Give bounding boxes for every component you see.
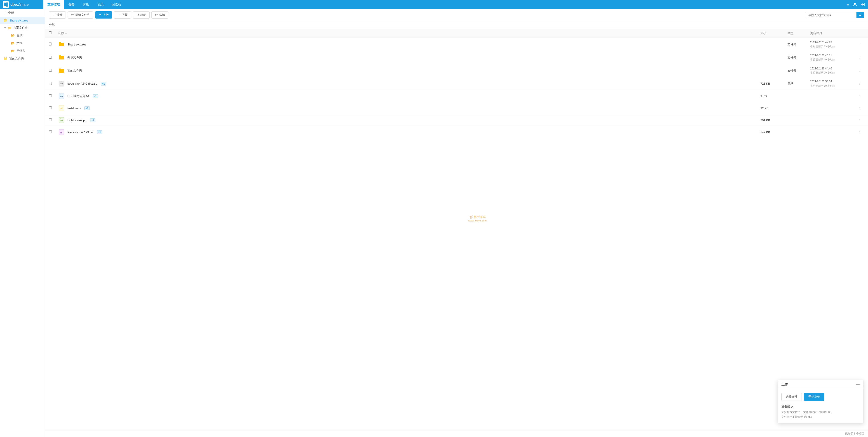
file-name: 共享文件夹	[67, 55, 82, 59]
nav-tab-file-mgmt[interactable]: 文件管理	[43, 0, 64, 9]
file-name: Password is 123.rar	[67, 130, 93, 134]
file-name-cell: RAR Password is 123.rar v1	[58, 128, 761, 136]
header-name: 名称	[58, 31, 64, 35]
sidebar-item-all[interactable]: ⊞ 全部	[0, 9, 45, 17]
rar-file-icon: RAR	[58, 128, 65, 136]
table-row[interactable]: RAR Password is 123.rar v1 547 KB ›	[45, 126, 868, 138]
search-button[interactable]	[857, 12, 864, 18]
main-layout: ⊞ 全部 📁 Share pictures ▼ 📁 共享文件夹 📂 图纸 📂 文…	[0, 9, 868, 437]
top-nav: dboxShare 文件管理 任务 讨论 动态 回收站 ≡	[0, 0, 868, 9]
nav-tab-discussion[interactable]: 讨论	[79, 0, 93, 9]
expand-button[interactable]: ›	[855, 94, 864, 98]
filter-label: 筛选	[57, 13, 62, 17]
sidebar-drawings-label: 图纸	[17, 33, 22, 37]
row-checkbox[interactable]	[49, 42, 52, 46]
expand-button[interactable]: ›	[855, 82, 864, 86]
version-badge: v1	[84, 106, 90, 110]
nav-tab-recycle[interactable]: 回收站	[107, 0, 125, 9]
img-file-icon: JPG	[58, 116, 65, 124]
table-row[interactable]: Share pictures 文件夹 2021/2/2 23:49:23 小刚 …	[45, 38, 868, 51]
header-type: 类型	[787, 31, 810, 35]
file-type: 压缩	[787, 82, 810, 86]
row-checkbox[interactable]	[49, 130, 52, 133]
sidebar-item-my-folder[interactable]: 📁 我的文件夹	[0, 55, 45, 62]
nav-tab-task[interactable]: 任务	[64, 0, 79, 9]
header-checkbox[interactable]	[49, 31, 58, 35]
expand-button[interactable]: ›	[855, 68, 864, 72]
move-button[interactable]: 移动	[133, 11, 150, 19]
expand-button[interactable]: ›	[855, 130, 864, 134]
file-name-cell: ZIP bootstrap-4.5.0-dist.zip v1	[58, 80, 761, 87]
user-icon[interactable]	[852, 2, 857, 7]
sidebar-item-docs[interactable]: 📂 文档	[6, 39, 45, 47]
expand-button[interactable]: ›	[855, 118, 864, 122]
table-row[interactable]: ZIP bootstrap-4.5.0-dist.zip v1 721 KB 压…	[45, 77, 868, 90]
main-content: 筛选 新建文件夹 上传 下载 移动 移除	[45, 9, 868, 437]
file-time: 2021/2/2 23:44:46 小明 更新于 20 小时前	[810, 66, 855, 75]
file-time: 2021/2/2 23:58:34 小明 更新于 19 小时前	[810, 79, 855, 88]
sidebar-sub-items: 📂 图纸 📂 文档 📂 压缩包	[0, 32, 45, 55]
move-icon	[136, 13, 139, 17]
new-folder-icon	[71, 13, 74, 17]
version-badge: v1	[97, 130, 102, 134]
table-row[interactable]: JS fastdom.js v1 32 KB ›	[45, 102, 868, 114]
start-upload-button[interactable]: 开始上传	[804, 393, 825, 401]
sidebar-shared-folder-group[interactable]: ▼ 📁 共享文件夹	[0, 24, 45, 32]
select-all-checkbox[interactable]	[49, 31, 52, 34]
nav-right: ≡	[846, 2, 865, 7]
filter-button[interactable]: 筛选	[49, 11, 66, 19]
tip-item-2: 文件大小不能大于 10 MB；	[781, 415, 860, 419]
row-checkbox[interactable]	[49, 56, 52, 59]
collapse-icon: ▼	[4, 26, 6, 30]
logout-icon[interactable]	[861, 2, 865, 7]
delete-label: 移除	[159, 13, 165, 17]
file-name: Lighthouse.jpg	[67, 119, 87, 122]
table-row[interactable]: JPG Lighthouse.jpg v1 201 KB ›	[45, 114, 868, 126]
table-row[interactable]: 共享文件夹 文件夹 2021/2/2 23:45:11 小明 更新于 20 小时…	[45, 51, 868, 64]
sort-icon[interactable]	[65, 32, 67, 35]
shared-folder-icon: 📁	[8, 26, 12, 30]
nav-tab-dynamics[interactable]: 动态	[93, 0, 107, 9]
file-size: 201 KB	[761, 119, 787, 122]
header-size: 大小	[761, 31, 787, 35]
upload-button[interactable]: 上传	[95, 11, 112, 19]
select-file-button[interactable]: 选择文件	[781, 393, 802, 401]
file-name: Share pictures	[67, 43, 86, 46]
nav-tabs: 文件管理 任务 讨论 动态 回收站	[43, 0, 846, 9]
row-checkbox[interactable]	[49, 82, 52, 85]
sidebar-item-drawings[interactable]: 📂 图纸	[6, 32, 45, 39]
svg-rect-0	[4, 3, 6, 6]
file-name-cell: JS fastdom.js v1	[58, 105, 761, 112]
expand-button[interactable]: ›	[855, 55, 864, 59]
version-badge: v1	[90, 118, 96, 122]
file-size: 721 KB	[761, 82, 787, 85]
sidebar-item-archives[interactable]: 📂 压缩包	[6, 47, 45, 55]
svg-point-3	[854, 3, 856, 5]
table-row[interactable]: 我的文件夹 文件夹 2021/2/2 23:44:46 小明 更新于 20 小时…	[45, 64, 868, 77]
sidebar-archives-label: 压缩包	[17, 49, 25, 53]
zip-file-icon: ZIP	[58, 80, 65, 87]
modal-buttons: 选择文件 开始上传	[781, 393, 860, 401]
file-size: 3 KB	[761, 94, 787, 98]
modal-body: 选择文件 开始上传 温馨提示: 支持拖放文件夹、文件到此窗口添加列表； 文件大小…	[778, 389, 863, 423]
row-checkbox[interactable]	[49, 94, 52, 97]
row-checkbox[interactable]	[49, 106, 52, 109]
sidebar-item-share-pictures[interactable]: 📁 Share pictures	[0, 17, 45, 24]
row-checkbox[interactable]	[49, 118, 52, 121]
sidebar-share-pictures-label: Share pictures	[9, 19, 28, 22]
delete-button[interactable]: 移除	[151, 11, 168, 19]
sidebar-my-folder-label: 我的文件夹	[9, 57, 24, 61]
modal-close-button[interactable]: —	[856, 382, 860, 386]
table-row[interactable]: TXT CSS编写规范.txt v1 3 KB ›	[45, 90, 868, 102]
new-folder-button[interactable]: 新建文件夹	[68, 11, 93, 19]
download-button[interactable]: 下载	[114, 11, 131, 19]
folder-icon	[58, 67, 65, 74]
version-badge: v1	[101, 82, 106, 86]
row-checkbox[interactable]	[49, 69, 52, 72]
expand-button[interactable]: ›	[855, 42, 864, 47]
expand-button[interactable]: ›	[855, 106, 864, 110]
breadcrumb-text: 全部	[49, 23, 55, 26]
search-input[interactable]	[806, 12, 857, 18]
menu-icon[interactable]: ≡	[846, 2, 849, 7]
file-name-cell: 我的文件夹	[58, 67, 761, 74]
